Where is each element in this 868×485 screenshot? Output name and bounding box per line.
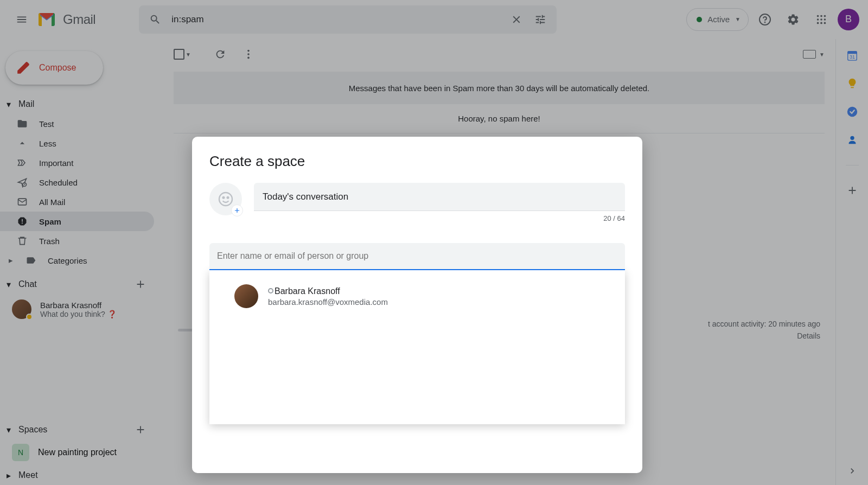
suggestion-item[interactable]: Barbara Krasnoff barbara.krasnoff@voxmed… [209, 277, 625, 316]
char-counter: 20 / 64 [254, 214, 625, 222]
suggestion-dropdown: Barbara Krasnoff barbara.krasnoff@voxmed… [209, 270, 625, 424]
create-space-modal: Create a space 20 / 64 [192, 137, 642, 473]
presence-ring-icon [268, 288, 273, 293]
add-emoji-badge [231, 205, 243, 216]
svg-point-23 [227, 197, 229, 199]
svg-point-21 [219, 193, 232, 206]
emoji-picker-button[interactable] [209, 183, 242, 215]
space-name-input[interactable] [254, 183, 625, 211]
people-input[interactable] [209, 243, 625, 270]
suggestion-email: barbara.krasnoff@voxmedia.com [268, 297, 388, 307]
svg-point-22 [223, 197, 225, 199]
modal-title: Create a space [209, 153, 625, 170]
emoji-icon [217, 190, 234, 208]
plus-icon [233, 207, 241, 214]
suggestion-name: Barbara Krasnoff [275, 286, 340, 296]
suggestion-avatar [234, 284, 258, 308]
